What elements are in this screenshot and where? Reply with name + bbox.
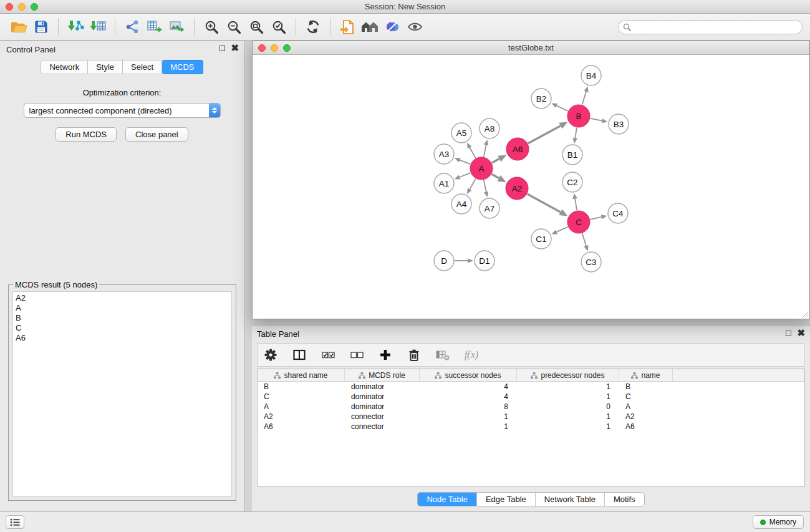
tab-edge-table[interactable]: Edge Table xyxy=(477,493,536,506)
graph-node-A6[interactable]: A6 xyxy=(506,138,529,160)
graph-edge-A-A1[interactable] xyxy=(460,173,470,177)
task-history-button[interactable] xyxy=(6,515,24,529)
column-header-predecessor-nodes[interactable]: predecessor nodes xyxy=(517,369,619,381)
graph-edge-A-A5[interactable] xyxy=(470,148,475,158)
result-item[interactable]: A2 xyxy=(16,293,229,303)
close-panel-icon-button[interactable]: ✖ xyxy=(231,45,239,51)
close-panel-button[interactable]: Close panel xyxy=(125,127,188,142)
new-network-button[interactable] xyxy=(121,16,143,37)
graph-edge-B-B2[interactable] xyxy=(556,105,567,111)
result-item[interactable]: B xyxy=(16,313,229,323)
graph-edge-C-C2[interactable] xyxy=(575,199,577,211)
graph-edge-A-A8[interactable] xyxy=(484,145,486,157)
zoom-selected-button[interactable] xyxy=(268,16,290,37)
network-window-titlebar[interactable]: testGlobe.txt xyxy=(253,41,809,55)
graph-node-A4[interactable]: A4 xyxy=(451,194,471,214)
tab-style[interactable]: Style xyxy=(88,60,123,74)
show-hide-button[interactable] xyxy=(403,16,426,37)
tab-node-table[interactable]: Node Table xyxy=(418,493,477,506)
graph-node-C4[interactable]: C4 xyxy=(608,203,628,223)
zoom-fit-button[interactable] xyxy=(245,16,268,37)
table-settings-button[interactable] xyxy=(263,347,279,363)
tab-network-table[interactable]: Network Table xyxy=(536,493,605,506)
graph-edge-B-B4[interactable] xyxy=(582,92,586,105)
graph-node-A3[interactable]: A3 xyxy=(434,144,454,164)
graph-edge-C-C1[interactable] xyxy=(557,227,568,232)
tab-motifs[interactable]: Motifs xyxy=(605,493,644,506)
apply-layout-button[interactable] xyxy=(302,16,324,37)
export-image-button[interactable] xyxy=(166,16,188,37)
zoom-out-button[interactable] xyxy=(223,16,245,37)
graph-edge-A-A7[interactable] xyxy=(484,180,486,192)
graph-node-A5[interactable]: A5 xyxy=(451,123,471,143)
result-item[interactable]: C xyxy=(16,323,229,333)
graph-edge-A-A4[interactable] xyxy=(470,179,475,190)
graph-node-B4[interactable]: B4 xyxy=(581,65,601,85)
network-close-button[interactable] xyxy=(258,44,266,52)
graph-node-C2[interactable]: C2 xyxy=(562,172,582,192)
graph-node-A7[interactable]: A7 xyxy=(480,198,499,218)
graph-node-B[interactable]: B xyxy=(567,105,590,127)
close-table-panel-button[interactable]: ✖ xyxy=(797,330,805,336)
column-header-name[interactable]: name xyxy=(619,369,673,381)
export-document-button[interactable] xyxy=(336,16,359,37)
import-network-button[interactable] xyxy=(64,16,87,37)
export-table-button[interactable] xyxy=(143,16,166,37)
graph-edge-A-A6[interactable] xyxy=(492,159,499,163)
table-row[interactable]: Adominator80A xyxy=(258,402,804,412)
graph-node-B1[interactable]: B1 xyxy=(562,145,582,165)
graph-node-B2[interactable]: B2 xyxy=(531,89,551,109)
graph-edge-A6-B[interactable] xyxy=(528,126,561,143)
graph-node-B3[interactable]: B3 xyxy=(609,114,629,134)
network-graph[interactable]: B4B2BB3A5A8A6A3B1AC2A1A2A4A7C4CC1DD1C3 xyxy=(253,55,809,319)
graph-edge-A2-C[interactable] xyxy=(528,194,561,212)
graph-node-A8[interactable]: A8 xyxy=(480,118,499,138)
network-zoom-button[interactable] xyxy=(283,44,291,52)
add-column-button[interactable] xyxy=(377,347,393,363)
column-header-mcds-role[interactable]: MCDS role xyxy=(345,369,420,381)
select-all-button[interactable] xyxy=(320,347,336,363)
graph-edge-C-C4[interactable] xyxy=(591,217,602,220)
zoom-in-button[interactable] xyxy=(200,16,223,37)
memory-button[interactable]: Memory xyxy=(753,515,804,529)
minimize-window-button[interactable] xyxy=(18,3,26,11)
network-minimize-button[interactable] xyxy=(271,44,278,52)
graph-node-A[interactable]: A xyxy=(470,157,493,180)
graph-edge-A-A3[interactable] xyxy=(460,160,470,165)
graph-edge-B-B3[interactable] xyxy=(591,118,602,121)
close-window-button[interactable] xyxy=(6,3,13,11)
save-session-button[interactable] xyxy=(30,16,52,37)
table-row[interactable]: A2connector11A2 xyxy=(258,412,804,422)
import-table-button[interactable] xyxy=(87,16,109,37)
graph-node-D[interactable]: D xyxy=(434,251,454,271)
float-table-panel-button[interactable] xyxy=(786,331,791,336)
function-builder-button[interactable]: f(x) xyxy=(463,347,480,363)
delete-table-button[interactable] xyxy=(435,347,451,363)
tab-mcds[interactable]: MCDS xyxy=(162,60,203,74)
tab-select[interactable]: Select xyxy=(123,60,162,74)
delete-column-button[interactable] xyxy=(406,347,422,363)
deselect-all-button[interactable] xyxy=(349,347,365,363)
tab-network[interactable]: Network xyxy=(41,60,88,74)
graph-node-C[interactable]: C xyxy=(567,211,590,233)
zoom-window-button[interactable] xyxy=(31,3,38,11)
result-item[interactable]: A xyxy=(16,303,229,313)
graph-node-C1[interactable]: C1 xyxy=(531,229,551,249)
style-button[interactable] xyxy=(381,16,403,37)
home-button[interactable] xyxy=(359,16,381,37)
table-row[interactable]: A6connector11A6 xyxy=(258,422,804,432)
graph-node-C3[interactable]: C3 xyxy=(581,252,601,272)
table-row[interactable]: Cdominator41C xyxy=(258,392,804,402)
search-input[interactable] xyxy=(634,22,798,31)
mcds-result-list[interactable]: A2ABCA6 xyxy=(12,291,232,496)
table-row[interactable]: Bdominator41B xyxy=(258,382,804,392)
column-header-successor-nodes[interactable]: successor nodes xyxy=(420,369,517,381)
graph-node-A2[interactable]: A2 xyxy=(506,177,528,200)
show-columns-button[interactable] xyxy=(291,347,307,363)
graph-node-D1[interactable]: D1 xyxy=(475,251,494,271)
network-canvas[interactable]: B4B2BB3A5A8A6A3B1AC2A1A2A4A7C4CC1DD1C3 xyxy=(253,55,809,319)
graph-edge-B-B1[interactable] xyxy=(575,128,577,138)
run-mcds-button[interactable]: Run MCDS xyxy=(55,127,117,142)
column-header-shared-name[interactable]: shared name xyxy=(258,369,345,381)
float-panel-button[interactable] xyxy=(219,46,225,51)
